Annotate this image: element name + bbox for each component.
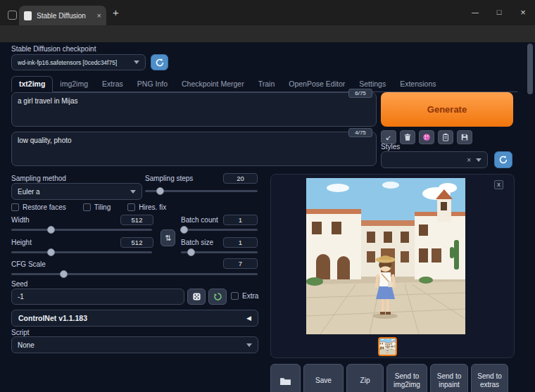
send-to-extras-button[interactable]: Send to extras bbox=[471, 364, 508, 392]
folder-icon bbox=[279, 377, 291, 386]
close-window-icon[interactable]: × bbox=[511, 0, 535, 24]
clipboard-icon bbox=[441, 133, 450, 141]
browser-titlebar: Stable Diffusion × + — □ × bbox=[0, 0, 535, 25]
refresh-icon bbox=[498, 155, 508, 165]
script-dropdown[interactable]: None bbox=[11, 336, 258, 353]
page-scrollbar[interactable] bbox=[527, 42, 533, 392]
refresh-styles-button[interactable] bbox=[494, 151, 512, 168]
tab-checkpoint-merger[interactable]: Checkpoint Merger bbox=[175, 77, 251, 91]
swap-arrows-icon: ⇅ bbox=[165, 234, 171, 243]
batch-size-label: Batch size bbox=[181, 239, 213, 246]
tiling-option[interactable]: Tiling bbox=[83, 203, 111, 211]
page-favicon-icon bbox=[24, 11, 32, 20]
width-label: Width bbox=[11, 216, 30, 224]
extra-seed-checkbox[interactable] bbox=[231, 292, 239, 300]
hires-fix-option[interactable]: Hires. fix bbox=[127, 203, 166, 211]
negative-prompt-token-counter: 4/75 bbox=[348, 128, 372, 137]
refresh-icon bbox=[155, 58, 165, 68]
open-folder-button[interactable] bbox=[270, 364, 301, 392]
tab-extensions[interactable]: Extensions bbox=[393, 77, 443, 91]
controlnet-title: ControlNet v1.1.183 bbox=[18, 314, 87, 322]
chevron-down-icon bbox=[134, 61, 139, 64]
script-value: None bbox=[18, 341, 34, 349]
close-tab-icon[interactable]: × bbox=[97, 11, 101, 20]
tab-extras[interactable]: Extras bbox=[95, 77, 130, 91]
send-to-img2img-button[interactable]: Send to img2img bbox=[386, 364, 427, 392]
zip-button[interactable]: Zip bbox=[346, 364, 384, 392]
sampling-steps-value[interactable]: 20 bbox=[223, 173, 258, 184]
cfg-scale-slider[interactable] bbox=[11, 270, 258, 278]
checkpoint-dropdown[interactable]: wd-ink-fp16.safetensors [0cedc34f75] bbox=[11, 54, 146, 70]
tiling-checkbox[interactable] bbox=[83, 203, 91, 211]
webui-page: Stable Diffusion checkpoint wd-ink-fp16.… bbox=[0, 42, 535, 392]
controlnet-accordion[interactable]: ControlNet v1.1.183 ◀ bbox=[11, 310, 258, 327]
tab-train[interactable]: Train bbox=[251, 77, 282, 91]
restore-faces-label: Restore faces bbox=[23, 203, 66, 211]
sampling-method-dropdown[interactable]: Euler a bbox=[11, 183, 142, 200]
height-slider[interactable] bbox=[11, 248, 152, 256]
batch-size-value[interactable]: 1 bbox=[223, 237, 258, 248]
sampling-steps-label: Sampling steps bbox=[145, 175, 193, 182]
prompt-tools-row: ↙ bbox=[381, 130, 472, 144]
apply-style-button[interactable] bbox=[438, 130, 453, 144]
tab-img2img[interactable]: img2img bbox=[53, 77, 95, 91]
tab-txt2img[interactable]: txt2img bbox=[11, 76, 53, 92]
negative-prompt-input[interactable]: low quality, photo bbox=[11, 132, 377, 166]
cfg-scale-value[interactable]: 7 bbox=[223, 258, 258, 269]
batch-count-slider[interactable] bbox=[181, 226, 258, 234]
generated-image[interactable] bbox=[306, 178, 465, 334]
dice-icon bbox=[192, 292, 201, 301]
prompt-input[interactable]: a girl travel in Mijas bbox=[11, 92, 377, 127]
width-value[interactable]: 512 bbox=[120, 215, 153, 225]
extra-networks-button[interactable] bbox=[419, 130, 434, 144]
browser-tab[interactable]: Stable Diffusion × bbox=[19, 6, 106, 25]
palette-icon bbox=[422, 133, 431, 141]
restore-faces-checkbox[interactable] bbox=[11, 203, 19, 211]
script-label: Script bbox=[11, 329, 30, 336]
save-style-button[interactable] bbox=[457, 130, 472, 144]
trash-icon bbox=[403, 133, 412, 141]
window-controls: — □ × bbox=[463, 0, 535, 24]
prompt-token-counter: 6/75 bbox=[348, 89, 372, 98]
height-value[interactable]: 512 bbox=[120, 237, 153, 248]
width-slider[interactable] bbox=[11, 226, 152, 234]
restore-faces-option[interactable]: Restore faces bbox=[11, 203, 66, 211]
generate-button[interactable]: Generate bbox=[381, 92, 513, 127]
clear-styles-icon[interactable]: × bbox=[467, 156, 471, 164]
checkpoint-value: wd-ink-fp16.safetensors [0cedc34f75] bbox=[18, 59, 117, 66]
paste-arrow-icon: ↙ bbox=[386, 134, 391, 141]
minimize-icon[interactable]: — bbox=[463, 0, 487, 24]
tab-actions-icon[interactable] bbox=[8, 11, 17, 20]
tab-openpose-editor[interactable]: OpenPose Editor bbox=[282, 77, 352, 91]
image-thumbnail[interactable] bbox=[378, 337, 397, 356]
browser-window: Stable Diffusion × + — □ × ← ↻ i 127.0.0… bbox=[0, 0, 535, 392]
seed-input[interactable] bbox=[11, 289, 184, 305]
maximize-icon[interactable]: □ bbox=[487, 0, 511, 24]
chevron-down-icon bbox=[130, 190, 136, 194]
send-to-inpaint-button[interactable]: Send to inpaint bbox=[430, 364, 468, 392]
refresh-checkpoint-button[interactable] bbox=[151, 54, 168, 70]
cfg-scale-label: CFG Scale bbox=[11, 260, 46, 268]
seed-label: Seed bbox=[11, 280, 27, 288]
chevron-down-icon bbox=[476, 158, 482, 162]
clear-prompt-button[interactable] bbox=[400, 130, 415, 144]
swap-dimensions-button[interactable]: ⇅ bbox=[160, 229, 175, 246]
batch-count-value[interactable]: 1 bbox=[223, 215, 258, 225]
random-seed-button[interactable] bbox=[187, 289, 206, 305]
paste-button[interactable]: ↙ bbox=[381, 130, 396, 144]
sampling-steps-slider[interactable] bbox=[145, 187, 258, 195]
browser-tab-title: Stable Diffusion bbox=[37, 12, 94, 20]
options-row: Restore faces Tiling Hires. fix bbox=[11, 203, 166, 211]
collapse-arrow-icon: ◀ bbox=[246, 315, 251, 322]
tab-png-info[interactable]: PNG Info bbox=[130, 77, 175, 91]
new-tab-icon[interactable]: + bbox=[113, 6, 119, 18]
styles-dropdown[interactable]: × bbox=[381, 151, 488, 168]
hires-fix-checkbox[interactable] bbox=[127, 203, 135, 211]
close-image-icon[interactable]: x bbox=[494, 180, 503, 189]
sampling-method-value: Euler a bbox=[18, 188, 40, 196]
reuse-seed-button[interactable] bbox=[208, 289, 227, 305]
save-button[interactable]: Save bbox=[303, 364, 344, 392]
scrollbar-thumb[interactable] bbox=[527, 44, 533, 94]
batch-size-slider[interactable] bbox=[181, 248, 258, 256]
hires-fix-label: Hires. fix bbox=[139, 203, 166, 211]
